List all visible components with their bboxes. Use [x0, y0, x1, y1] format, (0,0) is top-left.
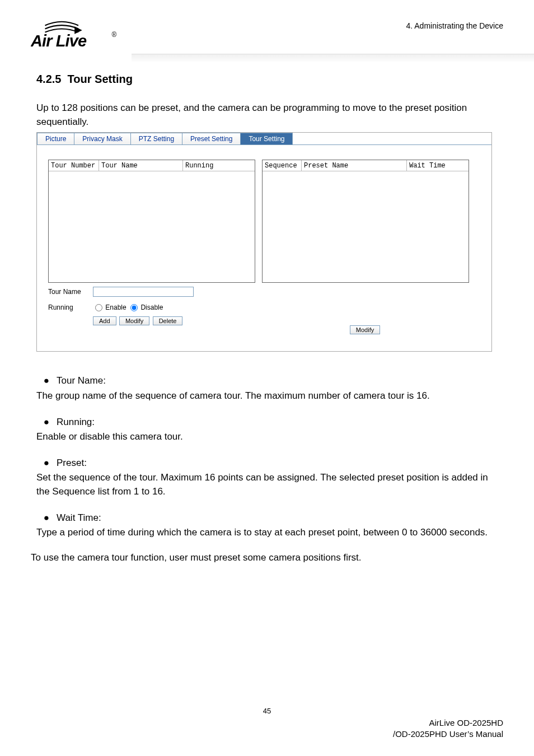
section-heading: 4.2.5 Tour Setting	[36, 73, 492, 86]
enable-text: Enable	[105, 304, 126, 311]
item-desc: Enable or disable this camera tour.	[36, 430, 492, 444]
item-tour-name: ●Tour Name: The group name of the sequen…	[36, 374, 492, 403]
bullet-icon: ●	[36, 456, 57, 470]
col-tour-number: Tour Number	[49, 160, 99, 171]
col-wait-time: Wait Time	[407, 160, 469, 171]
sequence-grid[interactable]: Sequence Preset Name Wait Time	[262, 160, 469, 283]
tour-name-label: Tour Name	[48, 288, 93, 296]
page-number: 45	[31, 707, 503, 715]
section-number: 4.2.5	[36, 73, 61, 85]
col-preset-name: Preset Name	[302, 160, 407, 171]
brand-logo: Air Live ®	[31, 17, 126, 50]
left-button-row: Add Modify Delete	[93, 316, 255, 325]
page-section-label: 4. Administrating the Device	[406, 21, 503, 30]
footer-right: AirLive OD-2025HD /OD-2025PHD User’s Man…	[31, 717, 503, 739]
left-column: Tour Number Tour Name Running Tour Name …	[48, 160, 255, 334]
item-desc: Type a period of time during which the c…	[36, 526, 492, 540]
svg-text:®: ®	[111, 31, 116, 39]
running-enable-option[interactable]: Enable	[93, 304, 127, 311]
running-enable-radio[interactable]	[95, 304, 102, 311]
footer-line1: AirLive OD-2025HD	[429, 718, 503, 727]
tour-name-input[interactable]	[93, 287, 194, 297]
right-column: Sequence Preset Name Wait Time Modify	[262, 160, 469, 334]
delete-button[interactable]: Delete	[153, 316, 183, 325]
page-header: Air Live ® 4. Administrating the Device	[31, 17, 503, 50]
running-disable-radio[interactable]	[130, 304, 138, 311]
bullet-icon: ●	[36, 374, 57, 388]
add-button[interactable]: Add	[93, 316, 116, 325]
tab-privacy[interactable]: Privacy Mask	[74, 133, 130, 144]
item-desc: The group name of the sequence of camera…	[36, 389, 492, 403]
tab-picture[interactable]: Picture	[37, 133, 74, 144]
ui-screenshot: Picture Privacy Mask PTZ Setting Preset …	[36, 132, 492, 352]
item-label: Wait Time:	[57, 511, 101, 525]
page-content: 4.2.5 Tour Setting Up to 128 positions c…	[31, 73, 503, 563]
tab-tour[interactable]: Tour Setting	[240, 133, 293, 144]
svg-text:Air Live: Air Live	[31, 32, 87, 50]
disable-text: Disable	[140, 304, 163, 311]
section-title: Tour Setting	[68, 73, 133, 85]
item-wait-time: ●Wait Time: Type a period of time during…	[36, 511, 492, 540]
definitions-list: ●Tour Name: The group name of the sequen…	[36, 374, 492, 540]
col-sequence: Sequence	[263, 160, 302, 171]
right-button-row: Modify	[262, 325, 469, 334]
tour-name-row: Tour Name	[48, 285, 255, 298]
item-desc: Set the sequence of the tour. Maximum 16…	[36, 471, 492, 498]
item-running: ●Running: Enable or disable this camera …	[36, 416, 492, 444]
col-tour-name: Tour Name	[99, 160, 183, 171]
header-divider	[132, 54, 534, 62]
page-footer: 45 AirLive OD-2025HD /OD-2025PHD User’s …	[0, 707, 534, 739]
item-label: Running:	[57, 416, 95, 430]
running-row: Running Enable Disable	[48, 301, 255, 314]
running-label: Running	[48, 304, 93, 311]
tab-bar: Picture Privacy Mask PTZ Setting Preset …	[37, 133, 491, 145]
tab-ptz[interactable]: PTZ Setting	[130, 133, 182, 144]
tour-list-grid[interactable]: Tour Number Tour Name Running	[48, 160, 255, 283]
sequence-grid-header: Sequence Preset Name Wait Time	[263, 160, 469, 171]
closing-note: To use the camera tour function, user mu…	[31, 552, 492, 563]
col-running: Running	[183, 160, 255, 171]
modify-seq-button[interactable]: Modify	[350, 325, 380, 334]
item-label: Tour Name:	[57, 374, 106, 388]
item-preset: ●Preset: Set the sequence of the tour. M…	[36, 456, 492, 499]
item-label: Preset:	[57, 456, 87, 470]
bullet-icon: ●	[36, 511, 57, 525]
section-intro: Up to 128 positions can be preset, and t…	[36, 101, 492, 129]
running-disable-option[interactable]: Disable	[128, 304, 163, 311]
tour-grid-header: Tour Number Tour Name Running	[49, 160, 255, 171]
tab-preset[interactable]: Preset Setting	[182, 133, 241, 144]
modify-button[interactable]: Modify	[119, 316, 149, 325]
panel-body: Tour Number Tour Name Running Tour Name …	[37, 145, 491, 340]
footer-line2: /OD-2025PHD User’s Manual	[393, 729, 503, 739]
bullet-icon: ●	[36, 416, 57, 430]
